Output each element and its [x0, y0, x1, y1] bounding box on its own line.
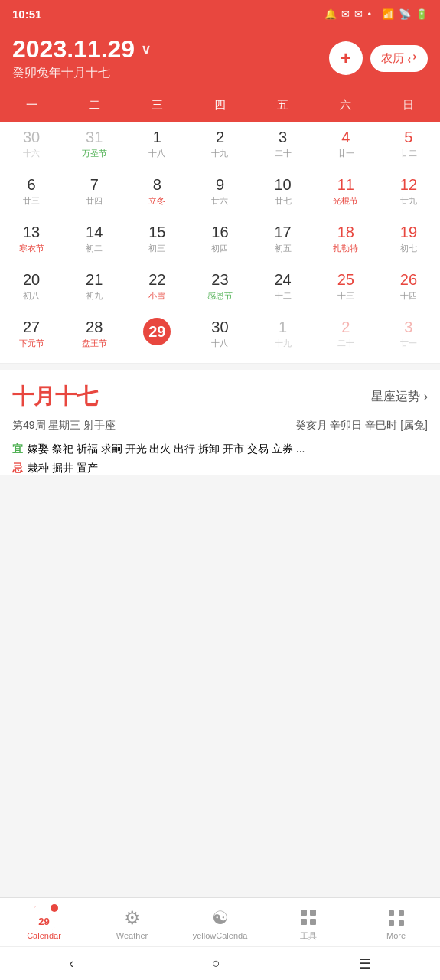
back-button[interactable]: ‹	[51, 949, 92, 978]
recents-button[interactable]: ☰	[341, 949, 389, 978]
day-cell-w1d0[interactable]: 6廿三	[0, 169, 63, 217]
day-lunar: 扎勒特	[333, 243, 358, 254]
nav-item-weather[interactable]: ⚙ Weather	[88, 907, 176, 940]
day-cell-w3d2[interactable]: 22小雪	[125, 264, 188, 312]
day-cell-w1d2[interactable]: 8立冬	[125, 169, 188, 217]
day-cell-w0d2[interactable]: 1十八	[125, 122, 188, 169]
android-nav-bar: ‹ ○ ☰	[0, 946, 440, 980]
day-number: 30	[23, 128, 40, 146]
add-event-button[interactable]: +	[329, 41, 363, 75]
day-cell-w4d4[interactable]: 1十九	[252, 312, 315, 363]
day-cell-w3d6[interactable]: 26十四	[377, 264, 440, 312]
day-cell-w0d4[interactable]: 3二十	[252, 122, 315, 169]
day-cell-w2d1[interactable]: 14初二	[63, 217, 125, 264]
day-cell-w0d3[interactable]: 2十九	[188, 122, 251, 169]
day-lunar: 初二	[86, 243, 103, 254]
day-number: 20	[23, 270, 40, 289]
nav-item-calendar[interactable]: 29 Calendar	[0, 907, 88, 940]
day-number: 16	[211, 223, 228, 241]
day-cell-w4d6[interactable]: 3廿一	[377, 312, 440, 363]
day-number: 3	[279, 128, 287, 146]
day-number: 19	[400, 223, 417, 241]
day-cell-w2d6[interactable]: 19初七	[377, 217, 440, 264]
svg-rect-2	[301, 919, 307, 925]
day-number: 25	[337, 270, 354, 289]
day-cell-w4d5[interactable]: 2二十	[315, 312, 377, 363]
nav-label-tools: 工具	[300, 930, 317, 942]
tools-nav-icon	[298, 906, 319, 928]
day-cell-w3d4[interactable]: 24十二	[252, 264, 315, 312]
calendar-detail-info: 癸亥月 辛卯日 辛巳时 [属兔]	[295, 419, 428, 433]
day-lunar: 十四	[400, 290, 417, 302]
week-info: 第49周 星期三 射手座	[12, 419, 116, 433]
day-lunar: 廿六	[211, 195, 228, 207]
weekday-二: 二	[63, 95, 125, 116]
day-cell-w4d1[interactable]: 28盘王节	[63, 312, 125, 363]
header: 2023.11.29 ∨ 癸卯兔年十月十七 + 农历 ⇄	[0, 28, 440, 92]
day-number: 12	[400, 175, 417, 194]
day-lunar: 十七	[148, 347, 165, 358]
day-lunar: 感恩节	[207, 290, 233, 302]
home-button[interactable]: ○	[194, 949, 239, 978]
detail-date-title: 十月十七	[12, 382, 98, 411]
nav-item-tools[interactable]: 工具	[264, 906, 352, 942]
day-cell-w3d3[interactable]: 23感恩节	[188, 264, 251, 312]
weekday-五: 五	[252, 95, 315, 116]
day-cell-w3d0[interactable]: 20初八	[0, 264, 63, 312]
day-lunar: 廿九	[400, 195, 417, 207]
day-number: 2	[341, 318, 350, 336]
day-cell-w4d2[interactable]: 29十七	[125, 312, 188, 363]
day-number: 10	[275, 175, 292, 194]
day-number: 9	[216, 175, 224, 194]
day-number: 26	[400, 270, 417, 289]
nav-item-more[interactable]: More	[352, 907, 440, 940]
svg-rect-3	[310, 919, 316, 925]
day-cell-w2d5[interactable]: 18扎勒特	[315, 217, 377, 264]
day-number: 31	[86, 128, 103, 146]
day-lunar: 二十	[337, 338, 354, 349]
day-lunar: 光棍节	[333, 195, 358, 207]
day-cell-w1d3[interactable]: 9廿六	[188, 169, 251, 217]
lunar-toggle-button[interactable]: 农历 ⇄	[370, 45, 428, 72]
day-cell-w3d5[interactable]: 25十三	[315, 264, 377, 312]
svg-rect-0	[301, 910, 307, 916]
yi-content: 嫁娶 祭祀 祈福 求嗣 开光 出火 出行 拆卸 开市 交易 立券 ...	[28, 443, 305, 455]
ji-section: 忌栽种 掘井 置产	[12, 462, 428, 475]
day-cell-w2d3[interactable]: 16初四	[188, 217, 251, 264]
day-lunar: 初八	[23, 290, 40, 302]
day-number: 23	[211, 270, 228, 289]
day-cell-w4d3[interactable]: 30十八	[188, 312, 251, 363]
day-cell-w1d6[interactable]: 12廿九	[377, 169, 440, 217]
battery-icon: 🔋	[416, 8, 428, 20]
day-cell-w1d1[interactable]: 7廿四	[63, 169, 125, 217]
day-cell-w1d5[interactable]: 11光棍节	[315, 169, 377, 217]
dropdown-arrow-icon[interactable]: ∨	[141, 41, 151, 58]
nav-label-more: More	[386, 931, 406, 940]
day-lunar: 廿一	[337, 148, 354, 159]
day-cell-w4d0[interactable]: 27下元节	[0, 312, 63, 363]
ji-content: 栽种 掘井 置产	[28, 462, 98, 474]
day-cell-w0d0[interactable]: 30十六	[0, 122, 63, 169]
day-cell-w2d2[interactable]: 15初三	[125, 217, 188, 264]
day-cell-w0d1[interactable]: 31万圣节	[63, 122, 125, 169]
header-left: 2023.11.29 ∨ 癸卯兔年十月十七	[12, 35, 151, 81]
day-cell-w0d6[interactable]: 5廿二	[377, 122, 440, 169]
day-lunar: 初三	[148, 243, 165, 254]
day-cell-w3d1[interactable]: 21初九	[63, 264, 125, 312]
horoscope-link[interactable]: 星座运势 ›	[371, 389, 428, 405]
day-lunar: 二十	[275, 148, 292, 159]
day-number: 3	[404, 318, 412, 336]
header-date[interactable]: 2023.11.29 ∨	[12, 35, 151, 64]
day-cell-w2d4[interactable]: 17初五	[252, 217, 315, 264]
day-cell-w1d4[interactable]: 10廿七	[252, 169, 315, 217]
calendar-grid: 30十六31万圣节1十八2十九3二十4廿一5廿二6廿三7廿四8立冬9廿六10廿七…	[0, 122, 440, 364]
yin-yang-nav-icon: ☯	[210, 907, 231, 929]
day-lunar: 盘王节	[82, 338, 107, 349]
day-cell-w2d0[interactable]: 13寒衣节	[0, 217, 63, 264]
weekday-row: 一二三四五六日	[0, 92, 440, 122]
day-cell-w0d5[interactable]: 4廿一	[315, 122, 377, 169]
dot-icon: •	[367, 8, 371, 20]
nav-item-yellow[interactable]: ☯ yellowCalenda	[176, 907, 264, 940]
day-number: 18	[337, 223, 354, 241]
status-time: 10:51	[12, 8, 41, 21]
